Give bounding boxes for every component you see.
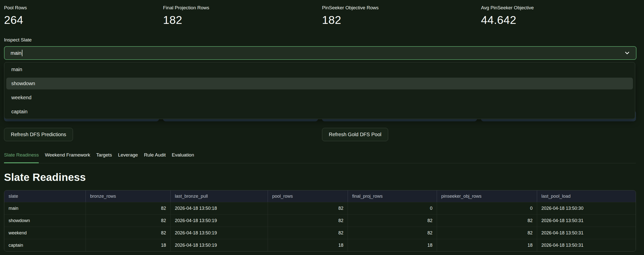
column-header-pinseeker-obj-rows[interactable]: pinseeker_obj_rows xyxy=(437,190,537,202)
cell-pool-rows: 82 xyxy=(268,227,348,239)
page-title: Slate Readiness xyxy=(4,171,86,183)
cell-pinseeker-obj-rows: 0 xyxy=(437,202,537,214)
column-header-final-proj-rows[interactable]: final_proj_rows xyxy=(348,190,437,202)
column-header-last-pool-load[interactable]: last_pool_load xyxy=(537,190,636,202)
cell-final-proj-rows: 82 xyxy=(348,215,437,227)
cell-last-pool-load: 2026-04-18 13:50:31 xyxy=(537,227,636,239)
combobox-value: main xyxy=(11,50,21,56)
cell-bronze-rows: 18 xyxy=(86,239,171,251)
cell-slate: captain xyxy=(4,239,86,251)
column-header-last-bronze-pull[interactable]: last_bronze_pull xyxy=(171,190,268,202)
cell-last-bronze-pull: 2026-04-18 13:50:19 xyxy=(171,227,268,239)
metric-value: 182 xyxy=(163,13,318,28)
tab-leverage[interactable]: Leverage xyxy=(118,150,138,163)
metric-value: 264 xyxy=(4,13,159,28)
text-cursor xyxy=(22,50,22,56)
cell-final-proj-rows: 82 xyxy=(348,227,437,239)
dropdown-option-showdown[interactable]: showdown xyxy=(4,76,635,90)
inspect-slate-combobox[interactable]: main xyxy=(4,46,636,60)
dropdown-option-captain[interactable]: captain xyxy=(4,105,635,119)
metric-label: Avg PinSeeker Objective xyxy=(481,5,636,11)
cell-pool-rows: 82 xyxy=(268,215,348,227)
cell-final-proj-rows: 0 xyxy=(348,202,437,214)
metric-pool-rows: Pool Rows 264 xyxy=(4,5,159,27)
cell-last-bronze-pull: 2026-04-18 13:50:18 xyxy=(171,202,268,214)
table-row[interactable]: main 82 2026-04-18 13:50:18 82 0 0 2026-… xyxy=(4,202,636,214)
table-row[interactable]: captain 18 2026-04-18 13:50:19 18 18 18 … xyxy=(4,239,636,251)
metric-avg-pinseeker-objective: Avg PinSeeker Objective 44.642 xyxy=(481,5,636,27)
column-header-pool-rows[interactable]: pool_rows xyxy=(268,190,348,202)
cell-pool-rows: 18 xyxy=(268,239,348,251)
metric-pinseeker-objective-rows: PinSeeker Objective Rows 182 xyxy=(322,5,477,27)
cell-last-pool-load: 2026-04-18 13:50:31 xyxy=(537,239,636,251)
dropdown-option-weekend[interactable]: weekend xyxy=(4,91,635,105)
cell-pinseeker-obj-rows: 82 xyxy=(437,215,537,227)
metric-label: PinSeeker Objective Rows xyxy=(322,5,477,11)
tab-slate-readiness[interactable]: Slate Readiness xyxy=(4,150,39,163)
tab-evaluation[interactable]: Evaluation xyxy=(172,150,194,163)
metric-value: 44.642 xyxy=(481,13,636,28)
cell-pinseeker-obj-rows: 18 xyxy=(437,239,537,251)
cell-slate: showdown xyxy=(4,215,86,227)
column-header-slate[interactable]: slate xyxy=(4,190,86,202)
metric-label: Final Projection Rows xyxy=(163,5,318,11)
slate-dropdown-menu: main showdown weekend captain xyxy=(4,62,635,119)
cell-slate: main xyxy=(4,202,86,214)
dropdown-option-main[interactable]: main xyxy=(4,62,635,76)
table-row[interactable]: showdown 82 2026-04-18 13:50:19 82 82 82… xyxy=(4,214,636,227)
app-root: Pool Rows 264 Final Projection Rows 182 … xyxy=(0,0,644,255)
table-row[interactable]: weekend 82 2026-04-18 13:50:19 82 82 82 … xyxy=(4,227,636,239)
metric-final-projection-rows: Final Projection Rows 182 xyxy=(163,5,318,27)
tab-weekend-framework[interactable]: Weekend Framework xyxy=(45,150,90,163)
tab-bar: Slate Readiness Weekend Framework Target… xyxy=(4,150,636,163)
refresh-dfs-predictions-button[interactable]: Refresh DFS Predictions xyxy=(4,128,73,141)
cell-last-bronze-pull: 2026-04-18 13:50:19 xyxy=(171,215,268,227)
tab-rule-audit[interactable]: Rule Audit xyxy=(144,150,166,163)
cell-slate: weekend xyxy=(4,227,86,239)
cell-bronze-rows: 82 xyxy=(86,227,171,239)
cell-last-bronze-pull: 2026-04-18 13:50:19 xyxy=(171,239,268,251)
chevron-down-icon[interactable] xyxy=(624,50,630,56)
cell-bronze-rows: 82 xyxy=(86,202,171,214)
inspect-slate-label: Inspect Slate xyxy=(4,37,32,43)
cell-bronze-rows: 82 xyxy=(86,215,171,227)
cell-pinseeker-obj-rows: 82 xyxy=(437,227,537,239)
slate-readiness-table: slate bronze_rows last_bronze_pull pool_… xyxy=(4,190,636,251)
cell-last-pool-load: 2026-04-18 13:50:30 xyxy=(537,202,636,214)
cell-pool-rows: 82 xyxy=(268,202,348,214)
cell-last-pool-load: 2026-04-18 13:50:31 xyxy=(537,215,636,227)
refresh-gold-dfs-pool-button[interactable]: Refresh Gold DFS Pool xyxy=(322,128,388,141)
tab-targets[interactable]: Targets xyxy=(96,150,112,163)
metric-value: 182 xyxy=(322,13,477,28)
column-header-bronze-rows[interactable]: bronze_rows xyxy=(86,190,171,202)
table-header-row: slate bronze_rows last_bronze_pull pool_… xyxy=(4,190,636,202)
metric-label: Pool Rows xyxy=(4,5,159,11)
cell-final-proj-rows: 18 xyxy=(348,239,437,251)
